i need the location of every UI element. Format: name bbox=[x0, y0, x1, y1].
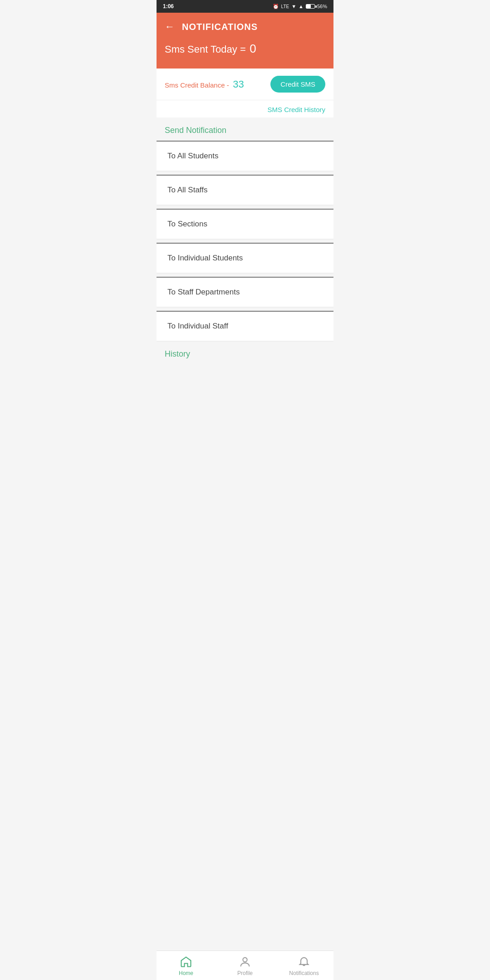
status-time: 1:06 bbox=[163, 3, 174, 10]
page-title: NOTIFICATIONS bbox=[182, 22, 258, 32]
sms-sent-today-row: Sms Sent Today = 0 bbox=[165, 42, 325, 56]
signal-icon: ▲ bbox=[299, 4, 304, 9]
menu-item-all-students[interactable]: To All Students bbox=[157, 141, 333, 171]
status-bar: 1:06 ⏰ LTE ▼ ▲ 56% bbox=[157, 0, 333, 13]
header: ← NOTIFICATIONS Sms Sent Today = 0 bbox=[157, 13, 333, 69]
history-title: History bbox=[157, 341, 333, 364]
wifi-icon: ▼ bbox=[291, 4, 296, 9]
menu-item-staff-departments[interactable]: To Staff Departments bbox=[157, 277, 333, 307]
sms-history-link-container: SMS Credit History bbox=[157, 100, 333, 118]
header-top: ← NOTIFICATIONS bbox=[165, 21, 325, 33]
sms-credit-info: Sms Credit Balance - 33 bbox=[165, 78, 244, 90]
menu-item-all-staffs[interactable]: To All Staffs bbox=[157, 175, 333, 205]
battery-percent: 56% bbox=[317, 4, 327, 9]
menu-item-individual-staff[interactable]: To Individual Staff bbox=[157, 311, 333, 341]
menu-item-individual-students[interactable]: To Individual Students bbox=[157, 243, 333, 273]
sms-credit-history-link[interactable]: SMS Credit History bbox=[267, 106, 325, 113]
sms-sent-count: 0 bbox=[250, 42, 256, 55]
menu-item-sections[interactable]: To Sections bbox=[157, 209, 333, 239]
sms-credit-row: Sms Credit Balance - 33 Credit SMS bbox=[157, 69, 333, 100]
content-area: Sms Credit Balance - 33 Credit SMS SMS C… bbox=[157, 69, 333, 364]
back-button[interactable]: ← bbox=[165, 21, 175, 33]
status-right: ⏰ LTE ▼ ▲ 56% bbox=[273, 4, 327, 10]
sms-sent-label: Sms Sent Today = bbox=[165, 44, 246, 55]
alarm-icon: ⏰ bbox=[273, 4, 279, 10]
lte-icon: LTE bbox=[281, 4, 289, 9]
battery-icon bbox=[306, 4, 315, 9]
notification-menu-list: To All Students To All Staffs To Section… bbox=[157, 141, 333, 341]
sms-credit-number: 33 bbox=[233, 78, 244, 90]
send-notification-title: Send Notification bbox=[157, 118, 333, 141]
credit-sms-button[interactable]: Credit SMS bbox=[270, 76, 325, 93]
sms-credit-label: Sms Credit Balance - bbox=[165, 81, 229, 89]
